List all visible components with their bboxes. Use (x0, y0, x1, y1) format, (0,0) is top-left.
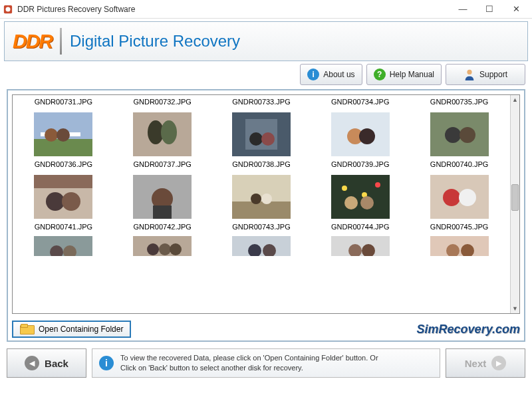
svg-point-39 (443, 189, 460, 206)
thumbnail-image (34, 175, 92, 219)
thumbnail-image (430, 175, 489, 219)
svg-point-47 (170, 243, 182, 255)
svg-point-17 (359, 128, 375, 144)
next-button: Next ► (446, 348, 525, 378)
scroll-up-arrow[interactable]: ▲ (511, 95, 519, 104)
thumbnail-image (232, 112, 291, 156)
svg-point-40 (459, 189, 476, 206)
gallery-item[interactable] (311, 232, 410, 259)
svg-rect-27 (153, 205, 172, 219)
gallery-item[interactable]: GNDR00732.JPG (113, 96, 212, 107)
info-message-box: i To view the recovered Data, please cli… (92, 348, 440, 378)
open-containing-folder-button[interactable]: Open Containing Folder (12, 321, 131, 338)
gallery-item[interactable]: GNDR00742.JPG (113, 170, 212, 232)
svg-point-24 (62, 192, 80, 211)
thumbnail-image (331, 112, 390, 156)
info-icon: i (307, 68, 319, 80)
gallery-item[interactable] (14, 232, 113, 259)
thumbnail-gallery[interactable]: GNDR00731.JPG GNDR00732.JPG GNDR00733.JP… (13, 95, 510, 313)
support-button[interactable]: Support (446, 64, 525, 85)
svg-point-2 (467, 70, 471, 74)
minimize-button[interactable]: — (450, 0, 476, 19)
toolbar: i About us ? Help Manual Support (0, 61, 532, 88)
scroll-track[interactable] (511, 104, 519, 304)
svg-point-37 (360, 196, 374, 209)
svg-point-1 (6, 7, 11, 11)
svg-point-35 (375, 182, 380, 188)
folder-icon (20, 324, 33, 334)
gallery-item[interactable]: GNDR00737.JPG (113, 107, 212, 170)
logo-text: DDR (13, 30, 52, 53)
gallery-item[interactable]: GNDR00740.JPG (410, 107, 509, 170)
svg-point-7 (57, 128, 70, 142)
gallery-item[interactable] (410, 232, 509, 259)
window-title: DDR Pictures Recovery Software (17, 5, 135, 14)
gallery-item[interactable] (113, 232, 212, 259)
svg-point-20 (460, 127, 475, 143)
svg-rect-48 (232, 236, 291, 256)
logo-divider (60, 28, 62, 55)
watermark-text: SimRecovery.com (417, 323, 520, 336)
svg-rect-28 (232, 175, 291, 201)
help-icon: ? (374, 68, 386, 80)
svg-point-33 (342, 186, 347, 191)
svg-point-36 (344, 196, 358, 209)
gallery-row: GNDR00731.JPG GNDR00732.JPG GNDR00733.JP… (14, 96, 509, 107)
about-label: About us (323, 70, 354, 79)
help-button[interactable]: ? Help Manual (366, 64, 442, 85)
next-label: Next (465, 358, 487, 369)
gallery-item[interactable]: GNDR00743.JPG (212, 170, 311, 232)
open-folder-label: Open Containing Folder (39, 325, 123, 334)
maximize-button[interactable]: ☐ (476, 0, 503, 19)
vertical-scrollbar[interactable]: ▲ ▼ (510, 95, 519, 313)
svg-point-14 (261, 132, 275, 146)
thumbnail-image (331, 175, 390, 219)
info-icon: i (99, 356, 114, 370)
gallery-container: GNDR00731.JPG GNDR00732.JPG GNDR00733.JP… (12, 94, 520, 314)
back-button[interactable]: ◄ Back (7, 348, 86, 378)
gallery-item[interactable]: GNDR00745.JPG (410, 170, 509, 232)
svg-point-30 (251, 194, 261, 204)
gallery-item[interactable]: GNDR00739.JPG (311, 107, 410, 170)
svg-point-46 (159, 243, 171, 255)
about-button[interactable]: i About us (300, 64, 362, 85)
gallery-item[interactable]: GNDR00731.JPG (14, 96, 113, 107)
help-label: Help Manual (390, 70, 434, 79)
gallery-item[interactable]: GNDR00736.JPG (14, 107, 113, 170)
info-text: To view the recovered Data, please click… (120, 353, 378, 373)
gallery-item[interactable]: GNDR00741.JPG (14, 170, 113, 232)
scroll-thumb[interactable] (511, 184, 519, 211)
bottom-nav: ◄ Back i To view the recovered Data, ple… (0, 344, 532, 383)
thumbnail-image (34, 112, 92, 156)
thumbnail-image (430, 112, 489, 156)
thumbnail-image (34, 236, 92, 256)
gallery-row-partial (14, 232, 509, 259)
gallery-row: GNDR00736.JPG GNDR00737.JPG GNDR00738.JP… (14, 107, 509, 170)
svg-point-31 (261, 194, 272, 204)
thumbnail-image (430, 236, 489, 256)
gallery-row: GNDR00741.JPG GNDR00742.JPG GNDR00743.JP… (14, 170, 509, 232)
svg-rect-41 (34, 236, 92, 256)
thumbnail-image (133, 112, 192, 156)
svg-rect-54 (430, 236, 489, 256)
gallery-item[interactable]: GNDR00734.JPG (311, 96, 410, 107)
main-panel: GNDR00731.JPG GNDR00732.JPG GNDR00733.JP… (7, 89, 525, 342)
thumbnail-image (232, 236, 291, 256)
header-banner: DDR Digital Picture Recovery (4, 21, 528, 61)
back-arrow-icon: ◄ (25, 356, 39, 370)
next-arrow-icon: ► (491, 356, 506, 370)
gallery-item[interactable]: GNDR00738.JPG (212, 107, 311, 170)
close-button[interactable]: ✕ (503, 0, 529, 19)
gallery-item[interactable]: GNDR00733.JPG (212, 96, 311, 107)
panel-footer: Open Containing Folder SimRecovery.com (8, 318, 524, 340)
app-title: Digital Picture Recovery (70, 32, 240, 51)
gallery-item[interactable]: GNDR00744.JPG (311, 170, 410, 232)
scroll-down-arrow[interactable]: ▼ (511, 304, 519, 313)
svg-point-19 (445, 127, 461, 143)
thumbnail-image (133, 236, 192, 256)
gallery-item[interactable]: GNDR00735.JPG (410, 96, 509, 107)
svg-point-45 (147, 243, 159, 255)
app-icon (3, 4, 13, 15)
thumbnail-image (331, 236, 390, 256)
gallery-item[interactable] (212, 232, 311, 259)
